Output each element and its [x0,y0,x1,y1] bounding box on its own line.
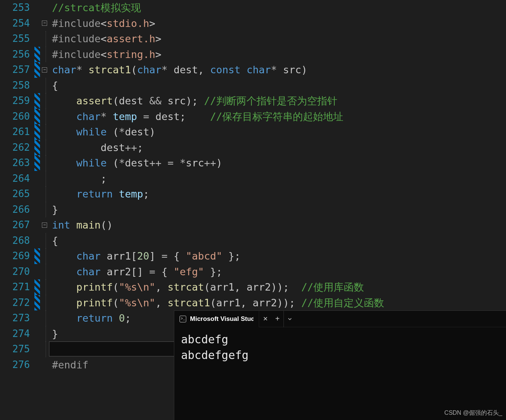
code-line[interactable]: } [49,202,506,218]
change-marker [34,186,40,202]
line-number: 276 [0,357,34,373]
line-number: 265 [0,186,34,202]
fold-cell [40,171,49,187]
fold-cell [40,202,49,218]
change-marker [34,357,40,373]
code-line[interactable]: //strcat模拟实现 [49,0,506,16]
fold-cell [40,326,49,342]
change-marker [34,155,40,171]
code-line[interactable]: char* temp = dest; //保存目标字符串的起始地址 [49,109,506,125]
code-line[interactable]: { [49,78,506,93]
line-number: 261 [0,124,34,140]
line-number: 270 [0,264,34,280]
fold-cell [40,0,49,16]
code-line[interactable]: char* strcat1(char* dest, const char* sr… [49,62,506,78]
line-number: 255 [0,31,34,47]
code-line[interactable]: while (*dest++ = *src++) [49,155,506,171]
fold-cell [40,357,49,373]
terminal-panel[interactable]: >_ Microsoft Visual Studio 调试控 ✕ + abcde… [174,310,506,420]
change-marker [34,78,40,93]
fold-cell [40,155,49,171]
change-marker [34,279,40,295]
line-number: 256 [0,47,34,62]
change-marker [34,171,40,187]
fold-collapse-icon[interactable]: − [42,67,47,73]
line-number: 273 [0,310,34,326]
line-number: 259 [0,93,34,109]
watermark: CSDN @倔强的石头_ [444,409,502,417]
fold-cell [40,186,49,202]
change-marker [34,109,40,125]
fold-cell [40,109,49,125]
change-marker [34,31,40,47]
fold-cell[interactable]: − [40,62,49,78]
change-marker [34,233,40,249]
code-line[interactable]: #include<string.h> [49,47,506,62]
code-line[interactable]: #include<assert.h> [49,31,506,47]
line-number: 275 [0,341,34,357]
code-line[interactable]: printf("%s\n", strcat(arr1, arr2)); //使用… [49,279,506,295]
change-markers [34,0,40,420]
line-number: 263 [0,155,34,171]
terminal-close-button[interactable]: ✕ [259,311,272,327]
fold-cell [40,248,49,264]
change-marker [34,295,40,311]
fold-cell [40,310,49,326]
line-number: 257 [0,62,34,78]
fold-cell [40,279,49,295]
fold-collapse-icon[interactable]: − [42,21,47,26]
line-number: 272 [0,295,34,311]
line-number: 268 [0,233,34,249]
line-number: 271 [0,279,34,295]
change-marker [34,140,40,156]
code-line[interactable]: while (*dest) [49,124,506,140]
line-number: 269 [0,248,34,264]
code-line[interactable]: char arr2[] = { "efg" }; [49,264,506,280]
code-line[interactable]: dest++; [49,140,506,156]
terminal-tab-active[interactable]: >_ Microsoft Visual Studio 调试控 [174,311,259,327]
change-marker [34,93,40,109]
fold-cell [40,140,49,156]
fold-cell[interactable]: − [40,217,49,233]
code-line[interactable]: printf("%s\n", strcat1(arr1, arr2)); //使… [49,295,506,311]
line-number: 258 [0,78,34,93]
change-marker [34,248,40,264]
line-number: 267 [0,217,34,233]
change-marker [34,47,40,62]
line-number: 266 [0,202,34,218]
fold-cell[interactable]: − [40,16,49,31]
line-number: 274 [0,326,34,342]
change-marker [34,341,40,357]
fold-cell [40,295,49,311]
code-line[interactable]: #include<stdio.h> [49,16,506,31]
code-line[interactable]: char arr1[20] = { "abcd" }; [49,248,506,264]
line-number: 264 [0,171,34,187]
code-line[interactable]: return temp; [49,186,506,202]
fold-cell [40,264,49,280]
change-marker [34,264,40,280]
code-line[interactable]: assert(dest && src); //判断两个指针是否为空指针 [49,93,506,109]
terminal-dropdown-button[interactable] [284,311,296,327]
code-line[interactable]: { [49,233,506,249]
code-line[interactable]: ; [49,171,506,187]
console-icon: >_ [180,316,186,322]
terminal-tabs: >_ Microsoft Visual Studio 调试控 ✕ + [174,311,506,327]
fold-column[interactable]: −−− [40,0,49,420]
fold-collapse-icon[interactable]: − [42,223,47,228]
change-marker [34,217,40,233]
fold-cell [40,47,49,62]
change-marker [34,0,40,16]
terminal-tab-label: Microsoft Visual Studio 调试控 [190,315,254,323]
fold-cell [40,233,49,249]
line-number: 254 [0,16,34,31]
change-marker [34,310,40,326]
line-number: 260 [0,109,34,125]
code-line[interactable]: int main() [49,217,506,233]
line-number: 262 [0,140,34,156]
chevron-down-icon [288,317,292,321]
change-marker [34,326,40,342]
terminal-output[interactable]: abcdefgabcdefgefg [174,327,506,368]
terminal-add-button[interactable]: + [272,311,284,327]
terminal-line: abcdefgefg [181,347,499,363]
line-number-gutter: 2532542552562572582592602612622632642652… [0,0,34,420]
